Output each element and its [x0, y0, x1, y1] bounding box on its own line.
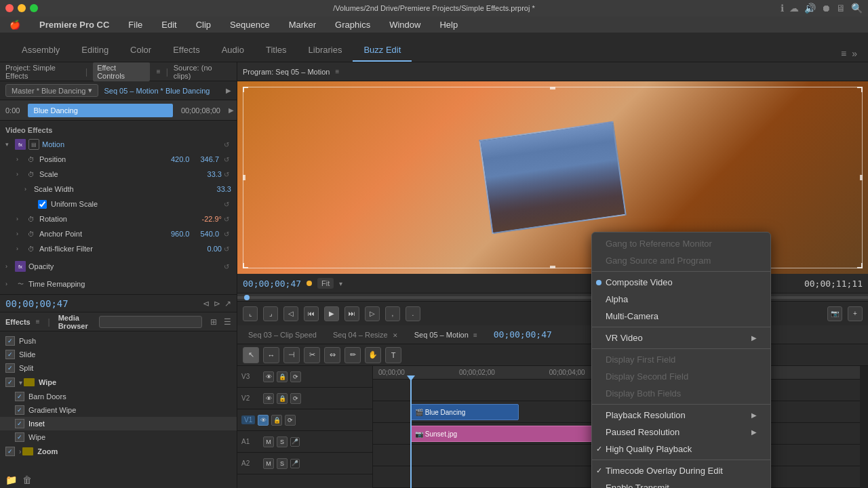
timeline-clip-label[interactable]: Blue Dancing [28, 104, 172, 117]
v2-sync[interactable]: ⟳ [290, 393, 301, 404]
wipe-folder[interactable]: ▾ Wipe [0, 375, 237, 390]
corner-handle-bl[interactable] [243, 263, 248, 268]
new-folder-icon[interactable]: 📁 [5, 474, 17, 485]
v1-lock[interactable]: 🔒 [271, 415, 282, 426]
zoom-checkbox[interactable] [5, 447, 15, 456]
search-icon[interactable]: 🔍 [851, 3, 863, 14]
selection-tool[interactable]: ↖ [243, 347, 259, 363]
tab-libraries[interactable]: Libraries [298, 39, 353, 62]
timeline-clip-blue-dancing[interactable]: 🎬 Blue Dancing [410, 404, 519, 420]
anchor-point-row[interactable]: › ⏱ Anchor Point 960.0 540.0 ↺ [0, 226, 237, 241]
split-checkbox[interactable] [5, 363, 15, 373]
motion-reset-icon[interactable]: ↺ [222, 140, 231, 149]
corner-handle-tl[interactable] [243, 87, 248, 92]
timeline-menu-icon[interactable]: ≡ [473, 331, 477, 339]
position-expand-icon[interactable]: › [16, 156, 26, 163]
pm-fit-chevron[interactable]: ▾ [339, 280, 342, 287]
go-to-out-button[interactable]: ▷ [365, 306, 380, 321]
center-handle-t[interactable] [550, 87, 555, 89]
slide-checkbox[interactable] [5, 350, 15, 359]
file-menu[interactable]: File [124, 18, 146, 31]
export-icon[interactable]: ↗ [224, 299, 231, 308]
scale-reset-icon[interactable]: ↺ [222, 169, 231, 179]
timeline-playhead[interactable] [410, 380, 412, 488]
center-handle-l[interactable] [243, 175, 245, 180]
list-item[interactable]: Inset [0, 417, 237, 430]
barn-doors-checkbox[interactable] [15, 392, 24, 401]
effect-controls-menu-icon[interactable]: ≡ [157, 68, 161, 75]
a1-solo[interactable]: S [277, 436, 288, 447]
tab-color[interactable]: Color [119, 39, 162, 62]
position-y-value[interactable]: 346.7 [200, 155, 219, 163]
corner-handle-tr[interactable] [857, 87, 863, 92]
cm-item-composite[interactable]: Composite Video [592, 274, 770, 291]
cm-item-high-quality[interactable]: High Quality Playback [592, 441, 770, 458]
inset-checkbox[interactable] [15, 419, 24, 428]
timeline-nav-right[interactable]: ▶ [226, 106, 237, 114]
effects-search-input[interactable] [99, 316, 202, 328]
wipe-item-checkbox[interactable] [15, 432, 24, 442]
timecode-value[interactable]: 00;00;00;47 [5, 298, 68, 309]
mark-in-button[interactable]: ⌞ [243, 306, 258, 321]
clip-master-selector[interactable]: Master * Blue Dancing ▾ [5, 84, 98, 97]
list-item[interactable]: Slide [0, 348, 237, 361]
timeline-tab-seq04[interactable]: Seq 04 – Resize ✕ [328, 328, 403, 342]
pm-fit-label[interactable]: Fit [317, 278, 334, 289]
antiflicker-value[interactable]: 0.00 [208, 245, 222, 253]
overwrite-button[interactable]: . [406, 306, 420, 321]
slip-tool[interactable]: ⇔ [324, 347, 340, 363]
scale-width-value[interactable]: 33.3 [217, 185, 231, 193]
corner-handle-br[interactable] [857, 263, 863, 268]
source-tab[interactable]: Source: (no clips) [174, 64, 231, 80]
scale-expand-icon[interactable]: › [16, 171, 26, 178]
v3-sync[interactable]: ⟳ [290, 371, 301, 382]
edit-menu[interactable]: Edit [157, 18, 180, 31]
effects-icon-list[interactable]: ☰ [224, 317, 231, 327]
position-row[interactable]: › ⏱ Position 420.0 346.7 ↺ [0, 152, 237, 167]
close-button[interactable] [5, 4, 14, 12]
gradient-wipe-checkbox[interactable] [15, 405, 24, 415]
motion-expand-icon[interactable]: ▾ [5, 141, 15, 148]
delete-icon[interactable]: 🗑 [22, 474, 32, 485]
rotation-reset[interactable]: ↺ [222, 214, 231, 224]
pen-tool[interactable]: ✏ [344, 347, 361, 363]
anchor-y-value[interactable]: 540.0 [200, 230, 219, 238]
cm-item-enable-transmit[interactable]: Enable Transmit [592, 479, 770, 488]
anchor-x-value[interactable]: 960.0 [171, 230, 190, 238]
list-item[interactable]: Split [0, 361, 237, 375]
seq04-close-icon[interactable]: ✕ [393, 332, 398, 339]
scale-width-row[interactable]: › Scale Width 33.3 [0, 182, 237, 197]
tab-effects[interactable]: Effects [162, 39, 211, 62]
cm-item-vr-video[interactable]: VR Video ▶ [592, 329, 770, 346]
mark-out-button[interactable]: ⌟ [263, 306, 278, 321]
center-handle-r[interactable] [860, 175, 863, 180]
v1-sync[interactable]: ⟳ [285, 415, 296, 426]
cm-item-alpha[interactable]: Alpha [592, 291, 770, 308]
scale-row[interactable]: › ⏱ Scale 33.3 ↺ [0, 167, 237, 182]
add-button[interactable]: + [848, 306, 863, 321]
help-menu[interactable]: Help [435, 18, 462, 31]
go-to-in-button[interactable]: ◁ [283, 306, 298, 321]
list-item[interactable]: Gradient Wipe [0, 403, 237, 417]
hand-tool[interactable]: ✋ [365, 347, 381, 363]
antiflicker-reset[interactable]: ↺ [222, 244, 231, 253]
tab-audio[interactable]: Audio [211, 39, 255, 62]
rotation-row[interactable]: › ⏱ Rotation -22.9° ↺ [0, 211, 237, 226]
rotation-value[interactable]: -22.9° [202, 215, 222, 223]
position-x-value[interactable]: 420.0 [171, 155, 190, 163]
zoom-folder[interactable]: › Zoom [0, 444, 237, 459]
minimize-button[interactable] [18, 4, 26, 12]
play-fwd-icon[interactable]: ⊳ [214, 299, 220, 308]
timeline-tab-seq05[interactable]: Seq 05 – Motion ≡ [409, 328, 483, 342]
a2-mute[interactable]: M [263, 458, 274, 469]
list-item[interactable]: Wipe [0, 430, 237, 444]
timeline-scrollbar[interactable] [860, 366, 868, 488]
anchor-reset[interactable]: ↺ [222, 229, 231, 239]
a2-solo[interactable]: S [277, 458, 288, 469]
marker-menu[interactable]: Marker [285, 18, 320, 31]
sw-expand[interactable]: › [24, 186, 34, 192]
antiflicker-row[interactable]: › ⏱ Anti-flicker Filter 0.00 ↺ [0, 241, 237, 256]
cm-item-multicam[interactable]: Multi-Camera [592, 308, 770, 325]
tab-editing[interactable]: Editing [71, 39, 119, 62]
clip-menu[interactable]: Clip [192, 18, 215, 31]
